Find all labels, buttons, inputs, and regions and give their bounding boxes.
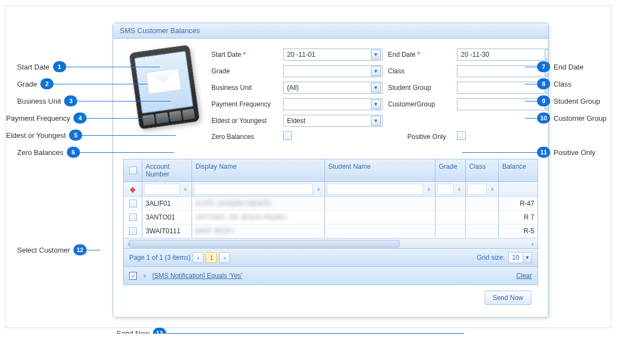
dropdown-icon[interactable]: ▼ xyxy=(545,50,549,60)
cell-grade xyxy=(435,211,466,224)
cell-account: 3WAIT0111 xyxy=(142,224,192,238)
callout-12: Select Customer12 xyxy=(17,244,100,255)
end-date-combo[interactable]: 20 -11-30▼ xyxy=(457,49,549,61)
student-group-label: Student Group xyxy=(388,84,451,92)
cell-class xyxy=(466,197,499,210)
positive-only-checkbox[interactable] xyxy=(457,131,466,140)
dropdown-icon[interactable]: ▼ xyxy=(371,66,381,76)
cell-grade xyxy=(435,197,466,210)
dropdown-icon[interactable]: ▼ xyxy=(371,99,381,109)
row-checkbox[interactable] xyxy=(129,213,137,221)
business-unit-label: Business Unit xyxy=(211,84,278,92)
payment-frequency-label: Payment Frequency xyxy=(211,100,278,108)
cell-student-name xyxy=(325,211,435,224)
filter-account[interactable] xyxy=(144,184,180,195)
filter-icon[interactable]: ♀ xyxy=(181,185,190,194)
callout-9: Student Group9 xyxy=(525,95,600,106)
dropdown-icon[interactable]: ▼ xyxy=(523,253,531,263)
zero-balances-label: Zero Balances xyxy=(211,133,278,141)
callout-1: Start Date1 xyxy=(17,61,160,72)
col-display-name[interactable]: Display Name xyxy=(192,159,325,181)
filter-icon[interactable]: ♀ xyxy=(424,185,433,194)
table-row[interactable]: 3WAIT0111WAIT, RICKYR-5 xyxy=(124,224,538,238)
select-all-checkbox[interactable] xyxy=(129,167,137,174)
cell-account: 3ALIF01 xyxy=(142,197,192,210)
eldest-youngest-combo[interactable]: Eldest▼ xyxy=(283,115,382,127)
grid-size-label: Grid size: xyxy=(477,254,505,261)
filter-icon: ♀ xyxy=(140,271,149,280)
col-grade[interactable]: Grade xyxy=(435,159,466,181)
row-checkbox[interactable] xyxy=(129,227,137,235)
filter-enabled-checkbox[interactable]: ✓ xyxy=(129,272,137,280)
filter-icon[interactable]: ♀ xyxy=(455,185,464,194)
customers-grid: Account Number Display Name Student Name… xyxy=(123,159,538,285)
dropdown-icon[interactable]: ▼ xyxy=(371,116,381,126)
col-student-name[interactable]: Student Name xyxy=(325,159,435,181)
payment-frequency-combo[interactable]: ▼ xyxy=(283,98,382,110)
filter-summary-bar: ✓ ♀ [SMS Notification] Equals 'Yes' Clea… xyxy=(124,266,538,285)
end-date-label: End Date * xyxy=(388,51,451,58)
pager-next[interactable]: › xyxy=(219,252,230,263)
sms-customer-balances-panel: SMS Customer Balances Start Date * 20 -1… xyxy=(113,23,549,318)
cell-balance: R-5 xyxy=(499,224,538,238)
callout-3: Business Unit3 xyxy=(17,95,171,106)
grid-size-combo[interactable]: 10▼ xyxy=(508,252,532,263)
customer-group-label: CustomerGroup xyxy=(388,100,451,108)
table-row[interactable]: 3ALIF01ALIFO, SANDRA NENITAR-47 xyxy=(124,197,538,211)
callout-13: Send Now13 xyxy=(116,328,464,334)
callout-4: Payment Frequency4 xyxy=(6,113,180,124)
filter-display-name[interactable] xyxy=(194,184,313,195)
send-now-button[interactable]: Send Now xyxy=(485,291,531,305)
row-checkbox[interactable] xyxy=(129,200,137,207)
panel-title: SMS Customer Balances xyxy=(113,23,548,39)
clear-filters-icon[interactable]: ◆ xyxy=(129,185,137,194)
start-date-label: Start Date * xyxy=(211,51,278,58)
scroll-thumb[interactable] xyxy=(129,240,400,248)
grid-filter-row: ◆ ♀ ♀ ♀ ♀ ♀ xyxy=(124,182,538,197)
scroll-right-icon[interactable]: › xyxy=(528,239,538,249)
zero-balances-checkbox[interactable] xyxy=(283,131,292,140)
dropdown-icon[interactable]: ▼ xyxy=(371,50,381,60)
horizontal-scrollbar[interactable]: ‹ › xyxy=(124,238,538,248)
cell-grade xyxy=(435,224,466,238)
cell-student-name xyxy=(325,224,435,238)
cell-class xyxy=(466,211,499,224)
pager-prev[interactable]: ‹ xyxy=(193,252,204,263)
class-label: Class xyxy=(388,67,451,75)
col-account[interactable]: Account Number xyxy=(142,159,192,181)
dropdown-icon[interactable]: ▼ xyxy=(371,83,381,93)
col-balance[interactable]: Balance xyxy=(499,159,538,181)
cell-display-name: WAIT, RICKY xyxy=(192,224,325,238)
cell-balance: R-47 xyxy=(499,197,538,210)
clear-filter-link[interactable]: Clear xyxy=(516,272,532,280)
pager-text: Page 1 of 1 (3 items) xyxy=(129,254,190,261)
callout-2: Grade2 xyxy=(17,78,147,89)
callout-8: Class8 xyxy=(525,78,572,89)
grade-combo[interactable]: ▼ xyxy=(283,65,382,77)
filter-grade[interactable] xyxy=(437,184,454,195)
start-date-combo[interactable]: 20 -11-01▼ xyxy=(283,49,382,61)
business-unit-combo[interactable]: (All)▼ xyxy=(283,82,382,94)
callout-11: Positive Only11 xyxy=(462,147,595,158)
callout-5: Eldest or Youngest5 xyxy=(6,130,176,141)
cell-account: 3ANTO01 xyxy=(142,211,192,224)
callout-10: Customer Group10 xyxy=(525,113,607,124)
pager-page-1[interactable]: 1 xyxy=(206,252,217,263)
filter-student-name[interactable] xyxy=(327,184,423,195)
filter-icon[interactable]: ♀ xyxy=(488,185,497,194)
positive-only-label: Positive Only xyxy=(388,133,451,141)
table-row[interactable]: 3ANTO01ANTONIO, DE JESUS PEDROR 7 xyxy=(124,211,538,224)
grid-header-row: Account Number Display Name Student Name… xyxy=(124,159,538,182)
callout-7: End Date7 xyxy=(525,61,583,72)
grade-label: Grade xyxy=(211,67,278,75)
col-class[interactable]: Class xyxy=(466,159,499,181)
cell-class xyxy=(466,224,499,238)
eldest-youngest-label: Eldest or Youngest xyxy=(211,117,278,125)
cell-balance: R 7 xyxy=(499,211,538,224)
pager: Page 1 of 1 (3 items) ‹ 1 › Grid size: 1… xyxy=(124,248,538,266)
cell-student-name xyxy=(325,197,435,210)
filter-icon[interactable]: ♀ xyxy=(314,185,323,194)
filter-summary-link[interactable]: [SMS Notification] Equals 'Yes' xyxy=(152,272,242,280)
callout-6: Zero Balances6 xyxy=(17,147,174,158)
filter-class[interactable] xyxy=(467,184,487,195)
